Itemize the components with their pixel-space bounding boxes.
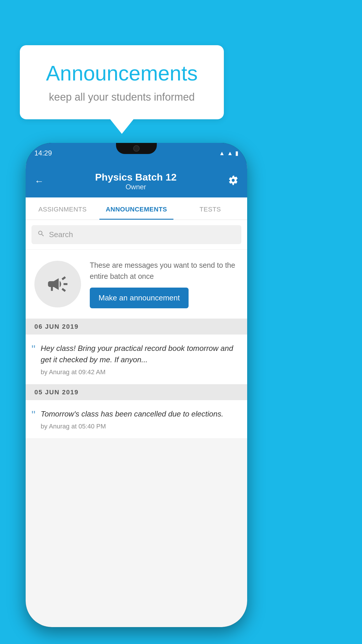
- speech-bubble-card: Announcements keep all your students inf…: [20, 45, 224, 119]
- phone-notch: [116, 143, 157, 154]
- speech-bubble-subtitle: keep all your students informed: [34, 91, 209, 103]
- header-title-group: Physics Batch 12 Owner: [95, 172, 177, 191]
- back-button[interactable]: ←: [34, 176, 44, 187]
- signal-icon: ▲: [227, 150, 233, 157]
- search-input-wrapper[interactable]: Search: [31, 225, 241, 244]
- quote-icon-1: ": [31, 344, 36, 355]
- speech-bubble-title: Announcements: [34, 61, 209, 85]
- phone-frame: 14:29 ▲ ▲ ▮ ← Physics Batch 12 Owner: [26, 143, 247, 627]
- announcement-item-1[interactable]: " Hey class! Bring your practical record…: [26, 335, 247, 384]
- tab-assignments[interactable]: ASSIGNMENTS: [26, 197, 99, 220]
- batch-title: Physics Batch 12: [95, 172, 177, 183]
- wifi-icon: ▲: [219, 150, 225, 157]
- search-icon: [37, 230, 45, 239]
- date-divider-june-5: 05 JUN 2019: [26, 384, 247, 400]
- battery-icon: ▮: [235, 150, 238, 157]
- speech-bubble-tail: [110, 119, 133, 134]
- quote-icon-2: ": [31, 410, 36, 421]
- status-bar: 14:29 ▲ ▲ ▮: [26, 143, 247, 163]
- speech-bubble-section: Announcements keep all your students inf…: [20, 45, 224, 134]
- announcement-icon-circle: [34, 261, 81, 307]
- announcement-text-1: Hey class! Bring your practical record b…: [41, 343, 239, 365]
- status-time: 14:29: [34, 149, 52, 157]
- promo-description: These are messages you want to send to t…: [90, 260, 238, 282]
- promo-section: These are messages you want to send to t…: [26, 250, 247, 319]
- date-divider-june-6: 06 JUN 2019: [26, 319, 247, 335]
- make-announcement-button[interactable]: Make an announcement: [90, 288, 189, 308]
- announcement-content-1: Hey class! Bring your practical record b…: [41, 343, 239, 376]
- announcement-meta-1: by Anurag at 09:42 AM: [41, 368, 239, 376]
- announcement-meta-2: by Anurag at 05:40 PM: [41, 423, 239, 430]
- status-icons: ▲ ▲ ▮: [219, 150, 238, 157]
- tab-announcements[interactable]: ANNOUNCEMENTS: [99, 197, 173, 220]
- search-placeholder-text: Search: [49, 230, 73, 239]
- settings-button[interactable]: [228, 175, 238, 188]
- tab-tests[interactable]: TESTS: [173, 197, 247, 220]
- announcement-content-2: Tomorrow's class has been cancelled due …: [41, 408, 239, 430]
- phone-screen: ← Physics Batch 12 Owner ASSIGNMENTS ANN…: [26, 163, 247, 627]
- promo-content: These are messages you want to send to t…: [90, 260, 238, 308]
- front-camera: [133, 145, 140, 152]
- announcement-item-2[interactable]: " Tomorrow's class has been cancelled du…: [26, 400, 247, 439]
- owner-label: Owner: [95, 183, 177, 191]
- tabs-bar: ASSIGNMENTS ANNOUNCEMENTS TESTS: [26, 197, 247, 220]
- app-header: ← Physics Batch 12 Owner: [26, 163, 247, 197]
- search-section: Search: [26, 220, 247, 250]
- announcement-text-2: Tomorrow's class has been cancelled due …: [41, 408, 239, 420]
